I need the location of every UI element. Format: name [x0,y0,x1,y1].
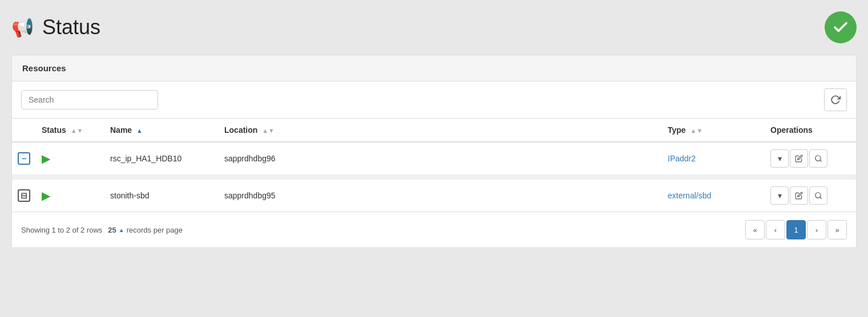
operations-cell-1: ▾ [765,142,856,175]
resources-header: Resources [12,55,856,82]
records-per-page-arrow: ▲ [119,227,124,233]
page-header: 📢 Status [11,11,857,43]
pagination-first[interactable]: « [745,220,765,239]
ops-edit-btn-1[interactable] [790,149,808,168]
name-cell-1: rsc_ip_HA1_HDB10 [104,142,219,175]
expand-button-1[interactable]: − [18,152,30,165]
type-cell-2: external/sbd [662,180,765,212]
page-title: Status [42,15,100,39]
type-link-2[interactable]: external/sbd [668,191,711,200]
records-per-page-select[interactable]: 25 ▲ records per page [108,226,183,234]
pagination-last[interactable]: » [827,220,847,239]
records-per-page-value: 25 [108,226,116,234]
expand-cell-1: − [12,142,36,175]
status-cell-1: ▶ [36,142,104,175]
location-cell-1: sapprdhdbg96 [219,142,662,175]
th-status[interactable]: Status ▲▼ [36,119,104,142]
sort-location-icon: ▲▼ [262,127,274,134]
ops-group-2: ▾ [770,186,850,205]
showing-text: Showing 1 to 2 of 2 rows [21,226,102,234]
pagination: « ‹ 1 › » [745,220,847,239]
records-per-page-label: records per page [127,226,183,234]
status-cell-2: ▶ [36,180,104,212]
resources-title: Resources [22,63,66,73]
table-row: ⊟ ▶ stonith-sbd sapprdhdbg95 external/sb… [12,180,856,212]
th-type[interactable]: Type ▲▼ [662,119,765,142]
search-input[interactable] [21,90,158,109]
ops-search-btn-2[interactable] [809,186,827,205]
ops-group-1: ▾ [770,149,850,168]
resources-table: Status ▲▼ Name ▲ Location ▲▼ Type ▲▼ Ope… [12,119,856,212]
svg-line-1 [820,160,822,162]
operations-cell-2: ▾ [765,180,856,212]
title-group: 📢 Status [11,15,100,39]
type-cell-1: IPaddr2 [662,142,765,175]
ops-dropdown-btn-2[interactable]: ▾ [770,186,789,205]
play-icon-2: ▶ [42,189,50,202]
ops-search-btn-1[interactable] [809,149,827,168]
toolbar [12,82,856,119]
pagination-current[interactable]: 1 [786,220,806,239]
sort-status-icon: ▲▼ [71,127,83,134]
footer-row: Showing 1 to 2 of 2 rows 25 ▲ records pe… [12,212,856,247]
type-link-1[interactable]: IPaddr2 [668,154,696,163]
sort-name-icon: ▲ [136,127,143,134]
table-header-row: Status ▲▼ Name ▲ Location ▲▼ Type ▲▼ Ope… [12,119,856,142]
ops-dropdown-btn-1[interactable]: ▾ [770,149,789,168]
row-spacer [12,175,856,180]
expand-button-2[interactable]: ⊟ [18,189,30,202]
pagination-next[interactable]: › [807,220,826,239]
pagination-prev[interactable]: ‹ [766,220,785,239]
svg-line-3 [820,197,822,199]
resources-panel: Resources Status ▲▼ Name ▲ Location ▲▼ [11,55,857,248]
location-cell-2: sapprdhdbg95 [219,180,662,212]
ops-edit-btn-2[interactable] [790,186,808,205]
sort-type-icon: ▲▼ [691,127,703,134]
status-check-button[interactable] [825,11,857,43]
megaphone-icon: 📢 [11,17,34,38]
play-icon-1: ▶ [42,152,50,165]
th-expand [12,119,36,142]
refresh-button[interactable] [824,88,847,111]
th-name[interactable]: Name ▲ [104,119,219,142]
name-cell-2: stonith-sbd [104,180,219,212]
expand-cell-2: ⊟ [12,180,36,212]
table-row: − ▶ rsc_ip_HA1_HDB10 sapprdhdbg96 IPaddr… [12,142,856,175]
footer-left: Showing 1 to 2 of 2 rows 25 ▲ records pe… [21,226,183,234]
th-location[interactable]: Location ▲▼ [219,119,662,142]
th-operations: Operations [765,119,856,142]
